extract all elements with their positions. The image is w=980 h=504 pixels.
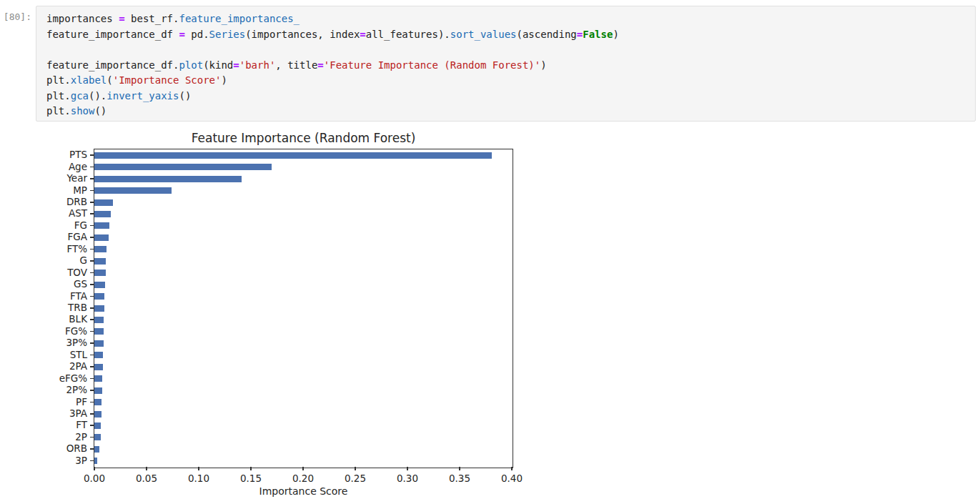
- code-token: =: [179, 29, 184, 40]
- bar-PTS: [94, 152, 492, 159]
- y-tick-mark: [90, 225, 94, 227]
- code-token: (ascending: [517, 29, 577, 40]
- y-tick-mark: [90, 378, 94, 380]
- code-token: ): [540, 59, 546, 71]
- bar-FT%: [94, 246, 107, 252]
- x-tick-mark: [302, 467, 304, 470]
- y-tick-mark: [90, 167, 94, 168]
- bar-STL: [94, 352, 103, 358]
- code-token: =: [119, 13, 124, 24]
- y-tick-mark: [90, 272, 94, 274]
- y-tick-mark: [90, 366, 94, 367]
- x-tick-mark: [94, 467, 95, 470]
- bar-3PA: [94, 411, 102, 417]
- bar-3P: [94, 458, 97, 464]
- code-line: feature_importance_df.plot(kind='barh', …: [46, 58, 965, 74]
- y-tick-label: eFG%: [44, 372, 87, 384]
- x-tick-label: 0.15: [232, 473, 269, 484]
- y-tick-mark: [90, 260, 94, 262]
- bar-Age: [94, 164, 272, 170]
- y-tick-mark: [90, 284, 94, 285]
- code-token: =: [577, 29, 583, 40]
- y-tick-mark: [90, 437, 94, 438]
- y-tick-mark: [90, 307, 94, 309]
- x-tick-label: 0.20: [284, 473, 322, 484]
- y-tick-mark: [90, 355, 94, 356]
- code-token: sort_values: [450, 29, 517, 40]
- x-tick-label: 0.05: [128, 473, 165, 484]
- y-tick-label: Year: [44, 172, 87, 184]
- y-tick-label: STL: [44, 349, 87, 360]
- y-tick-mark: [90, 342, 94, 344]
- bar-2P%: [94, 387, 102, 394]
- code-token: (): [179, 90, 191, 102]
- bar-G: [94, 258, 106, 265]
- code-token: feature_importances_: [179, 13, 300, 24]
- x-tick-label: 0.10: [180, 473, 217, 484]
- x-tick-label: 0.00: [76, 473, 113, 484]
- bar-AST: [94, 211, 111, 217]
- bar-BLK: [94, 317, 104, 323]
- code-token: =: [233, 59, 239, 71]
- y-tick-label: TRB: [44, 302, 87, 313]
- x-tick-mark: [459, 467, 460, 470]
- code-token: Series: [209, 29, 246, 40]
- x-tick-mark: [355, 467, 356, 470]
- x-tick-label: 0.30: [389, 473, 426, 484]
- bar-FGA: [94, 234, 109, 241]
- bar-Year: [94, 176, 242, 182]
- code-line: feature_importance_df = pd.Series(import…: [46, 27, 965, 43]
- x-tick-mark: [198, 467, 199, 470]
- y-tick-mark: [90, 448, 94, 450]
- y-tick-mark: [90, 413, 94, 415]
- bar-TRB: [94, 305, 104, 312]
- x-tick-label: 0.25: [337, 473, 374, 484]
- code-editor[interactable]: importances = best_rf.feature_importance…: [36, 6, 975, 124]
- x-axis-label: Importance Score: [94, 485, 513, 497]
- code-token: ): [221, 74, 227, 86]
- y-tick-label: 3P%: [44, 337, 87, 348]
- code-token: plt.: [46, 74, 71, 86]
- code-token: invert_yaxis: [107, 90, 179, 102]
- code-token: (: [107, 74, 112, 86]
- y-tick-mark: [90, 237, 94, 238]
- y-tick-mark: [90, 296, 94, 297]
- y-tick-label: 2PA: [44, 360, 87, 372]
- code-token: best_rf.: [125, 13, 179, 24]
- bar-FG: [94, 222, 109, 229]
- x-tick-label: 0.35: [441, 473, 478, 484]
- code-line: [46, 42, 965, 58]
- code-token: plt.: [46, 90, 71, 102]
- bar-DRB: [94, 199, 113, 206]
- y-tick-label: BLK: [44, 313, 87, 325]
- bar-3P%: [94, 340, 104, 347]
- bar-TOV: [94, 270, 106, 276]
- code-token: show: [71, 105, 95, 117]
- y-tick-label: 2P%: [44, 384, 87, 395]
- code-token: (importances, index: [245, 29, 360, 40]
- y-tick-label: PF: [44, 396, 87, 407]
- bar-PF: [94, 399, 102, 405]
- code-token: plot: [179, 59, 203, 71]
- bar-eFG%: [94, 375, 102, 382]
- code-token: all_features).: [366, 29, 450, 40]
- y-tick-label: 3P: [44, 455, 87, 466]
- y-tick-label: Age: [44, 161, 87, 172]
- bar-GS: [94, 282, 105, 288]
- code-token: (): [94, 105, 107, 117]
- bar-FTA: [94, 293, 104, 300]
- y-tick-label: G: [44, 255, 87, 266]
- y-tick-label: PTS: [44, 149, 87, 160]
- y-tick-label: FT%: [44, 243, 87, 255]
- x-tick-mark: [146, 467, 147, 470]
- y-tick-mark: [90, 249, 94, 250]
- code-token: , title: [275, 59, 317, 71]
- bar-2P: [94, 434, 101, 440]
- x-tick-mark: [250, 467, 252, 470]
- code-token: plt.: [46, 105, 71, 117]
- y-tick-mark: [90, 425, 94, 426]
- code-token: pd.: [185, 29, 209, 40]
- code-token: 'Feature Importance (Random Forest)': [324, 59, 540, 71]
- y-tick-label: FTA: [44, 290, 87, 302]
- code-line: plt.xlabel('Importance Score'): [46, 73, 965, 89]
